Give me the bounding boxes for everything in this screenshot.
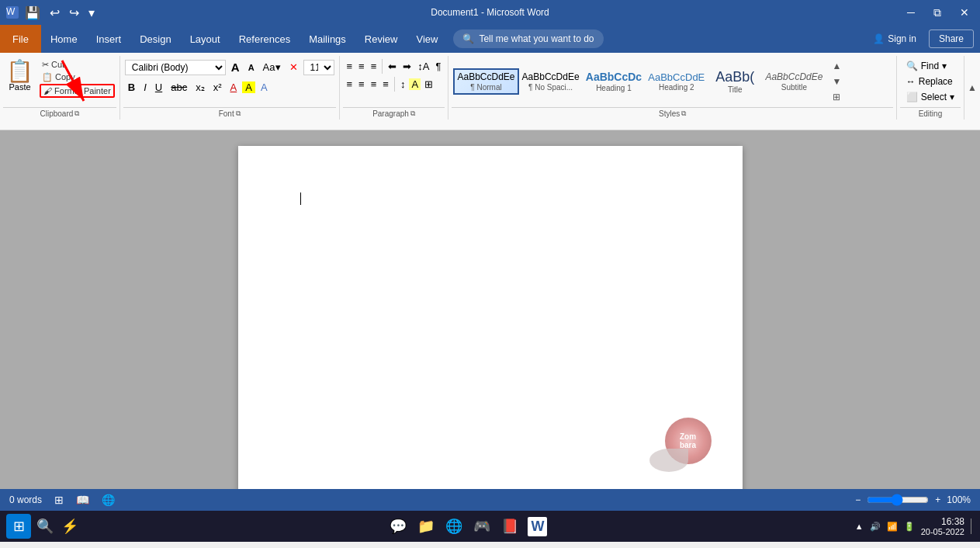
style-heading2[interactable]: AaBbCcDdE Heading 2 (645, 69, 708, 95)
close-btn[interactable]: ✕ (955, 5, 974, 20)
select-btn[interactable]: ⬜ Select ▾ (902, 90, 959, 104)
style-no-spacing[interactable]: AaBbCcDdEe ¶ No Spaci... (519, 69, 583, 93)
highlight-btn[interactable]: A (242, 82, 255, 93)
increase-indent-btn[interactable]: ➡ (400, 59, 414, 74)
game-taskbar-btn[interactable]: 🎮 (471, 515, 493, 537)
show-desktop-btn[interactable] (971, 519, 974, 534)
clock-display[interactable]: 16:38 20-05-2022 (921, 516, 964, 536)
system-tray-expand-btn[interactable]: ▲ (855, 522, 864, 531)
style-title[interactable]: AaBb( Title (708, 67, 762, 97)
multilevel-btn[interactable]: ≡ (369, 59, 379, 74)
battery-icon[interactable]: 🔋 (904, 522, 915, 532)
signin-btn[interactable]: 👤 Sign in (867, 30, 923, 47)
share-btn[interactable]: Share (929, 29, 974, 48)
title-bar: W 💾 ↩ ↪ ▾ Document1 - Microsoft Word ─ ⧉… (0, 0, 980, 25)
file-menu-btn[interactable]: File (0, 25, 41, 53)
underline-btn[interactable]: U (152, 80, 165, 95)
zoom-out-btn[interactable]: − (855, 494, 861, 505)
font-row2: B I U abc x₂ x² A A A (125, 80, 271, 95)
insert-menu-item[interactable]: Insert (87, 25, 131, 53)
paste-btn[interactable]: 📋 Paste (5, 59, 35, 93)
layout-menu-item[interactable]: Layout (181, 25, 230, 53)
styles-expand-icon[interactable]: ⧉ (681, 109, 686, 118)
references-menu-item[interactable]: References (230, 25, 300, 53)
shading-btn[interactable]: A (409, 78, 421, 90)
minimize-btn[interactable]: ─ (902, 5, 919, 20)
read-view-btn[interactable]: 📖 (76, 494, 89, 506)
show-marks-btn[interactable]: ¶ (433, 59, 443, 74)
numbering-btn[interactable]: ≡ (356, 59, 367, 74)
bold-btn[interactable]: B (125, 80, 138, 95)
files-taskbar-btn[interactable]: 📁 (415, 515, 437, 537)
network-icon[interactable]: 📶 (887, 522, 898, 532)
paragraph-expand-icon[interactable]: ⧉ (410, 109, 415, 118)
ribbon-collapse-btn[interactable]: ▲ (964, 56, 980, 120)
styles-scroll-down-btn[interactable]: ▼ (830, 75, 843, 88)
font-color-btn[interactable]: A (227, 80, 241, 95)
redo-btn[interactable]: ↪ (66, 4, 82, 22)
borders-btn[interactable]: ⊞ (422, 77, 435, 92)
align-right-btn[interactable]: ≡ (369, 77, 379, 92)
subscript-btn[interactable]: x₂ (192, 80, 208, 95)
decrease-indent-btn[interactable]: ⬅ (386, 59, 399, 74)
font-size-select[interactable]: 11 (303, 60, 334, 75)
justify-btn[interactable]: ≡ (380, 77, 391, 92)
font-name-select[interactable]: Calibri (Body) (125, 60, 226, 75)
menu-bar: File Home Insert Design Layout Reference… (0, 25, 980, 53)
chrome-taskbar-btn[interactable]: 🌐 (443, 515, 465, 537)
window-title: Document1 - Microsoft Word (431, 7, 549, 18)
app-taskbar-btn1[interactable]: 📕 (499, 515, 521, 537)
bullets-btn[interactable]: ≡ (345, 59, 355, 74)
game-icon: 🎮 (473, 518, 490, 535)
speaker-icon[interactable]: 🔊 (870, 522, 881, 532)
text-effects-btn[interactable]: A (258, 80, 271, 95)
layout-view-btn[interactable]: ⊞ (54, 494, 64, 506)
web-view-btn[interactable]: 🌐 (102, 494, 115, 506)
line-spacing-btn[interactable]: ↕ (398, 77, 408, 92)
cut-btn[interactable]: ✂ Cut (40, 59, 115, 71)
superscript-btn[interactable]: x² (210, 80, 225, 95)
task-view-btn[interactable]: ⚡ (59, 515, 81, 537)
style-normal[interactable]: AaBbCcDdEe ¶ Normal (453, 68, 518, 94)
files-icon: 📁 (417, 518, 435, 535)
tell-me-input[interactable]: 🔍 Tell me what you want to do (453, 29, 603, 48)
sort-btn[interactable]: ↕A (415, 59, 431, 74)
restore-btn[interactable]: ⧉ (929, 5, 946, 21)
style-no-spacing-preview: AaBbCcDdEe (522, 71, 580, 82)
document-page[interactable]: Zombara (238, 146, 743, 489)
style-heading1[interactable]: AaBbCcDc Heading 1 (583, 68, 646, 95)
word-taskbar-btn[interactable]: W (527, 515, 549, 537)
customize-quick-access-btn[interactable]: ▾ (85, 4, 98, 22)
design-menu-item[interactable]: Design (130, 25, 180, 53)
align-left-btn[interactable]: ≡ (345, 77, 355, 92)
strikethrough-btn[interactable]: abc (168, 80, 190, 95)
document-area[interactable]: Zombara (0, 130, 980, 489)
italic-btn[interactable]: I (140, 80, 150, 95)
change-case-btn[interactable]: Aa▾ (260, 60, 284, 75)
windows-start-btn[interactable]: ⊞ (6, 514, 31, 539)
find-btn[interactable]: 🔍 Find ▾ (902, 59, 951, 73)
font-expand-icon[interactable]: ⧉ (236, 109, 241, 118)
view-menu-item[interactable]: View (407, 25, 447, 53)
quick-save-btn[interactable]: 💾 (22, 4, 43, 22)
home-menu-item[interactable]: Home (41, 25, 87, 53)
clear-formatting-btn[interactable]: ✕ (286, 60, 301, 75)
copy-btn[interactable]: 📋 Copy (40, 71, 115, 83)
review-menu-item[interactable]: Review (355, 25, 407, 53)
mailings-menu-item[interactable]: Mailings (300, 25, 355, 53)
format-painter-btn[interactable]: 🖌 Format Painter (40, 84, 115, 98)
search-taskbar-btn[interactable]: 🔍 (34, 515, 56, 537)
zoom-in-btn[interactable]: + (935, 494, 940, 505)
style-subtitle[interactable]: AaBbCcDdEe Subtitle (762, 69, 826, 93)
zoom-slider[interactable] (867, 494, 929, 506)
font-group: Calibri (Body) A A Aa▾ ✕ 11 B I U abc x₂ (120, 56, 340, 120)
align-center-btn[interactable]: ≡ (356, 77, 367, 92)
font-shrink-btn[interactable]: A (245, 61, 258, 74)
undo-btn[interactable]: ↩ (47, 4, 63, 22)
replace-btn[interactable]: ↔ Replace (902, 75, 957, 88)
styles-scroll-up-btn[interactable]: ▲ (830, 59, 843, 73)
font-grow-btn[interactable]: A (228, 59, 243, 75)
styles-more-btn[interactable]: ⊞ (830, 90, 843, 104)
chat-taskbar-btn[interactable]: 💬 (387, 515, 409, 537)
clipboard-expand-icon[interactable]: ⧉ (74, 109, 79, 118)
